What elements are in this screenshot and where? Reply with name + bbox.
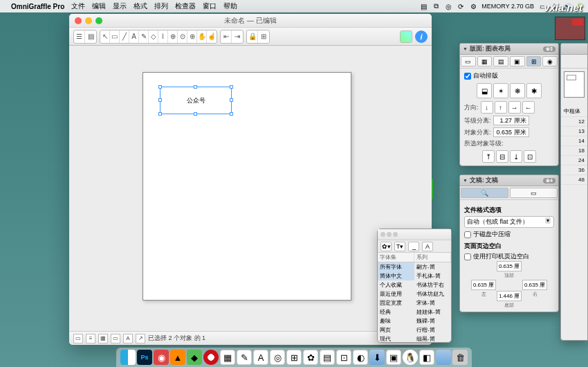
- family-header[interactable]: 系列: [414, 253, 451, 262]
- rank-sep-input[interactable]: [493, 116, 529, 125]
- direction-up[interactable]: ↑: [495, 101, 507, 114]
- group-button[interactable]: ⊞: [258, 30, 269, 43]
- font-family-list[interactable]: 翩方-简 手札体-简 书体坊于右 书体坊赵九 宋体-简 娃娃体-简 魏碑-简 行…: [414, 262, 451, 342]
- list-item[interactable]: 细黑-简: [414, 334, 451, 342]
- list-item[interactable]: 手札体-简: [414, 271, 451, 280]
- size-item[interactable]: 24: [561, 156, 587, 165]
- dock-app-10[interactable]: ▣: [386, 350, 401, 365]
- direction-left[interactable]: ←: [522, 101, 535, 114]
- list-item[interactable]: 趣味: [378, 316, 414, 325]
- margin-top-input[interactable]: 0.635 厘: [497, 261, 522, 271]
- zoom-tool[interactable]: ⊕: [187, 30, 197, 43]
- shape-tool[interactable]: ▭: [110, 30, 120, 43]
- rank-same[interactable]: ⊟: [496, 150, 508, 163]
- right-panel-tabs[interactable]: [561, 55, 587, 69]
- tab-diagram-layout[interactable]: ⊞: [526, 56, 542, 66]
- inspector-button[interactable]: i: [415, 30, 428, 43]
- size-item[interactable]: 12: [561, 117, 587, 127]
- resize-handle-mr[interactable]: [230, 98, 233, 102]
- typeface-label[interactable]: 中粗体: [561, 106, 587, 117]
- dock-app-2[interactable]: ✎: [237, 350, 252, 365]
- disclosure-triangle[interactable]: ▼: [463, 178, 468, 183]
- window-titlebar[interactable]: 未命名 — 已编辑: [69, 14, 432, 28]
- stencils-button[interactable]: [400, 30, 412, 43]
- list-item[interactable]: 魏碑-简: [414, 316, 451, 325]
- dock-app-red[interactable]: ◉: [154, 350, 169, 365]
- resize-handle-tl[interactable]: [158, 85, 162, 89]
- menu-view[interactable]: 显示: [113, 1, 127, 11]
- list-item[interactable]: 最近使用: [378, 289, 414, 298]
- menu-help[interactable]: 帮助: [223, 1, 237, 11]
- layout-inspector-header[interactable]: ▼ 版面: 图表布局 ※3: [460, 44, 558, 55]
- list-item[interactable]: 行楷-简: [414, 325, 451, 334]
- margin-right-input[interactable]: 0.635 厘: [522, 280, 547, 290]
- compress-checkbox[interactable]: 于磁盘中压缩: [464, 230, 554, 239]
- menu-inspector[interactable]: 检查器: [175, 1, 196, 11]
- tab-data[interactable]: ◉: [542, 56, 558, 66]
- compress-check[interactable]: [464, 231, 471, 238]
- fp-close[interactable]: [380, 232, 385, 237]
- minimize-button[interactable]: [85, 17, 92, 24]
- rank-min[interactable]: ⤒: [482, 150, 495, 163]
- resize-handle-tm[interactable]: [194, 85, 197, 89]
- dock-photoshop[interactable]: Ps: [137, 350, 152, 365]
- list-item[interactable]: 现代: [378, 334, 414, 342]
- use-printer-check[interactable]: [464, 253, 471, 260]
- sb-arrow-button[interactable]: ↗: [136, 334, 145, 343]
- size-item[interactable]: 13: [561, 127, 587, 136]
- layout-type-force[interactable]: ✶: [493, 83, 508, 98]
- lock-button[interactable]: 🔒: [247, 30, 258, 43]
- dock-app-11[interactable]: ◧: [419, 350, 434, 365]
- selected-rectangle-shape[interactable]: 公众号: [160, 87, 232, 114]
- list-item[interactable]: 经典: [378, 307, 414, 316]
- sb-text-button[interactable]: A: [123, 334, 133, 343]
- use-printer-margins-checkbox[interactable]: 使用打印机页边空白: [464, 252, 554, 261]
- layout-type-circular[interactable]: ❋: [510, 83, 525, 98]
- pen-tool[interactable]: ✎: [139, 30, 149, 43]
- resize-handle-tr[interactable]: [230, 85, 233, 89]
- list-item[interactable]: 宋体-简: [414, 298, 451, 307]
- canvas-thumbnail[interactable]: [564, 71, 585, 98]
- left-sidebar-toggle[interactable]: ☰: [74, 30, 85, 43]
- direction-right[interactable]: →: [508, 101, 521, 114]
- list-item[interactable]: 书体坊赵九: [414, 289, 451, 298]
- line-tool[interactable]: ╱: [120, 30, 129, 43]
- font-underline-button[interactable]: T▾: [394, 242, 405, 251]
- direction-down[interactable]: ↓: [481, 101, 493, 114]
- text-tool[interactable]: A: [129, 30, 139, 43]
- size-item[interactable]: 48: [561, 175, 587, 185]
- resize-handle-bm[interactable]: [194, 112, 197, 116]
- margin-bottom-input[interactable]: 1.446 厘: [497, 291, 522, 301]
- file-format-select[interactable]: 自动（包或 flat 文件）: [464, 216, 554, 228]
- font-actions-menu[interactable]: ✿▾: [380, 242, 392, 251]
- tab-margins[interactable]: ▭: [510, 188, 558, 198]
- dock-app-green[interactable]: ◆: [187, 350, 202, 365]
- dock-app-4[interactable]: ◎: [270, 350, 285, 365]
- dropbox-icon[interactable]: ⧉: [432, 2, 440, 10]
- close-button[interactable]: [75, 17, 82, 24]
- menu-window[interactable]: 窗口: [203, 1, 217, 11]
- list-item[interactable]: 固定宽度: [378, 298, 414, 307]
- dock-app-1[interactable]: ▦: [220, 350, 235, 365]
- list-item[interactable]: 网页: [378, 325, 414, 334]
- dock-app-6[interactable]: ✿: [303, 350, 318, 365]
- size-item[interactable]: 14: [561, 136, 587, 146]
- right-panel-header[interactable]: [561, 44, 587, 55]
- location-icon[interactable]: ◎: [444, 2, 452, 10]
- resize-handle-bl[interactable]: [158, 112, 162, 116]
- tab-canvas-size[interactable]: ▭: [461, 56, 476, 66]
- rank-max[interactable]: ⤓: [510, 150, 522, 163]
- font-strike-button[interactable]: ⎯: [408, 242, 419, 251]
- dock-finder[interactable]: [120, 350, 136, 365]
- selection-tool[interactable]: ↖: [100, 30, 110, 43]
- tab-background[interactable]: ▣: [510, 56, 525, 66]
- dock-app-9[interactable]: ◐: [353, 350, 368, 365]
- resize-handle-ml[interactable]: [158, 98, 162, 102]
- outline-toggle[interactable]: ▤: [85, 30, 96, 43]
- browse-tool[interactable]: ☝: [207, 30, 217, 43]
- tab-page-setup[interactable]: ▤: [493, 56, 508, 66]
- dock-app-7[interactable]: ▤: [320, 350, 335, 365]
- size-item[interactable]: 36: [561, 165, 587, 175]
- fp-min[interactable]: [387, 232, 392, 237]
- dock-folder[interactable]: [436, 350, 451, 365]
